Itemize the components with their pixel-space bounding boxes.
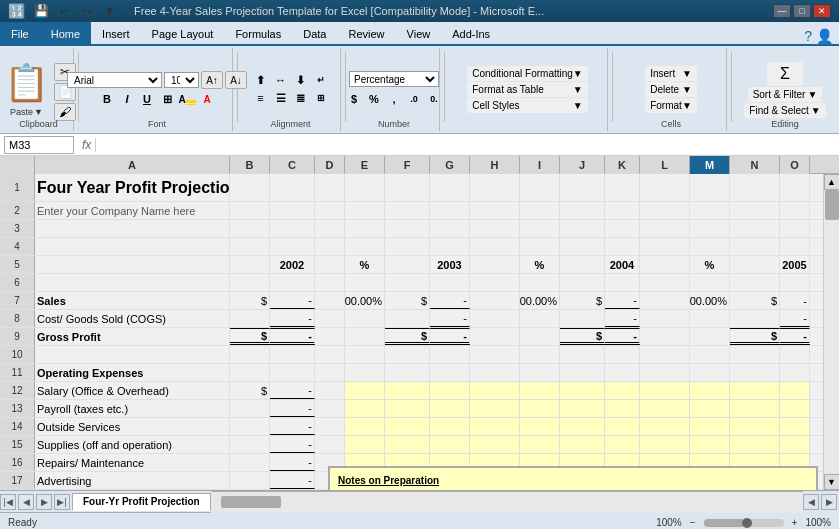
cell-3-l[interactable] <box>640 220 690 237</box>
rownum-16[interactable]: 16 <box>0 454 35 471</box>
cell-8-o[interactable]: - <box>780 310 810 327</box>
cell-6-i[interactable] <box>520 274 560 291</box>
cell-11-k[interactable] <box>605 364 640 381</box>
cell-11-n[interactable] <box>730 364 780 381</box>
cell-12-e[interactable] <box>345 382 385 399</box>
cell-7-d[interactable] <box>315 292 345 309</box>
cell-2-c[interactable] <box>270 202 315 219</box>
conditional-formatting-btn[interactable]: Conditional Formatting ▼ <box>467 66 588 81</box>
cell-11-h[interactable] <box>470 364 520 381</box>
col-header-b[interactable]: B <box>230 156 270 174</box>
format-btn[interactable]: Format ▼ <box>645 98 697 113</box>
tab-view[interactable]: View <box>396 22 442 44</box>
fill-color-btn[interactable]: A▬ <box>178 91 196 107</box>
cell-15-a[interactable]: Supplies (off and operation) <box>35 436 230 453</box>
cell-3-a[interactable] <box>35 220 230 237</box>
cell-15-e[interactable] <box>345 436 385 453</box>
align-right-btn[interactable]: ≣ <box>292 90 310 106</box>
cell-6-c[interactable] <box>270 274 315 291</box>
cell-17-c[interactable]: - <box>270 472 315 489</box>
cell-15-o[interactable] <box>780 436 810 453</box>
cell-12-j[interactable] <box>560 382 605 399</box>
cell-6-g[interactable] <box>430 274 470 291</box>
cell-5-c[interactable]: 2002 <box>270 256 315 273</box>
cell-5-j[interactable] <box>560 256 605 273</box>
rownum-2[interactable]: 2 <box>0 202 35 219</box>
formula-input[interactable] <box>100 136 835 154</box>
cell-6-a[interactable] <box>35 274 230 291</box>
cell-3-e[interactable] <box>345 220 385 237</box>
align-center-btn[interactable]: ☰ <box>272 90 290 106</box>
cell-12-d[interactable] <box>315 382 345 399</box>
cell-11-a[interactable]: Operating Expenses <box>35 364 230 381</box>
cell-14-n[interactable] <box>730 418 780 435</box>
cell-3-f[interactable] <box>385 220 430 237</box>
cell-14-m[interactable] <box>690 418 730 435</box>
cell-9-d[interactable] <box>315 328 345 345</box>
cell-1-j[interactable] <box>560 174 605 201</box>
cell-2-n[interactable] <box>730 202 780 219</box>
decrease-decimal-btn[interactable]: 0. <box>425 91 443 107</box>
cell-10-g[interactable] <box>430 346 470 363</box>
cell-7-l[interactable] <box>640 292 690 309</box>
cell-1-b[interactable] <box>230 174 270 201</box>
scroll-thumb[interactable] <box>825 190 839 220</box>
tab-page-layout[interactable]: Page Layout <box>141 22 225 44</box>
format-painter-btn[interactable]: 🖌 <box>54 103 76 121</box>
cell-5-n[interactable] <box>730 256 780 273</box>
h-scroll-right-btn[interactable]: ▶ <box>821 494 837 510</box>
scroll-track[interactable] <box>824 190 839 474</box>
cell-3-m[interactable] <box>690 220 730 237</box>
cell-1-l[interactable] <box>640 174 690 201</box>
cell-4-e[interactable] <box>345 238 385 255</box>
cell-2-b[interactable] <box>230 202 270 219</box>
notes-box[interactable]: Notes on Preparation Note: You may want … <box>328 466 818 490</box>
cell-10-k[interactable] <box>605 346 640 363</box>
col-header-d[interactable]: D <box>315 156 345 174</box>
cell-11-o[interactable] <box>780 364 810 381</box>
cell-8-i[interactable] <box>520 310 560 327</box>
cell-10-e[interactable] <box>345 346 385 363</box>
cell-2-h[interactable] <box>470 202 520 219</box>
align-top-btn[interactable]: ⬆ <box>252 72 270 88</box>
cell-2-i[interactable] <box>520 202 560 219</box>
cell-8-e[interactable] <box>345 310 385 327</box>
cell-15-l[interactable] <box>640 436 690 453</box>
cell-1-c[interactable] <box>270 174 315 201</box>
cell-4-i[interactable] <box>520 238 560 255</box>
cell-12-l[interactable] <box>640 382 690 399</box>
undo-qat-btn[interactable]: ↩ <box>54 1 74 21</box>
cell-17-a[interactable]: Advertising <box>35 472 230 489</box>
cell-7-i[interactable]: 100.00% <box>520 292 560 309</box>
cell-14-j[interactable] <box>560 418 605 435</box>
cell-4-n[interactable] <box>730 238 780 255</box>
cell-10-c[interactable] <box>270 346 315 363</box>
cell-12-m[interactable] <box>690 382 730 399</box>
cell-15-g[interactable] <box>430 436 470 453</box>
align-bottom-btn[interactable]: ⬇ <box>292 72 310 88</box>
cell-15-h[interactable] <box>470 436 520 453</box>
cell-13-m[interactable] <box>690 400 730 417</box>
cell-11-f[interactable] <box>385 364 430 381</box>
cell-15-n[interactable] <box>730 436 780 453</box>
cell-11-e[interactable] <box>345 364 385 381</box>
cell-15-m[interactable] <box>690 436 730 453</box>
h-scroll-left-btn[interactable]: ◀ <box>803 494 819 510</box>
cell-9-l[interactable] <box>640 328 690 345</box>
cell-13-n[interactable] <box>730 400 780 417</box>
cell-7-h[interactable] <box>470 292 520 309</box>
rownum-13[interactable]: 13 <box>0 400 35 417</box>
cell-1-f[interactable] <box>385 174 430 201</box>
cell-1-m[interactable] <box>690 174 730 201</box>
cell-10-h[interactable] <box>470 346 520 363</box>
cell-4-j[interactable] <box>560 238 605 255</box>
cell-8-b[interactable] <box>230 310 270 327</box>
cell-6-h[interactable] <box>470 274 520 291</box>
rownum-7[interactable]: 7 <box>0 292 35 309</box>
cell-9-f[interactable]: $ <box>385 328 430 345</box>
rownum-10[interactable]: 10 <box>0 346 35 363</box>
rownum-12[interactable]: 12 <box>0 382 35 399</box>
cell-12-f[interactable] <box>385 382 430 399</box>
cell-13-b[interactable] <box>230 400 270 417</box>
cell-6-d[interactable] <box>315 274 345 291</box>
